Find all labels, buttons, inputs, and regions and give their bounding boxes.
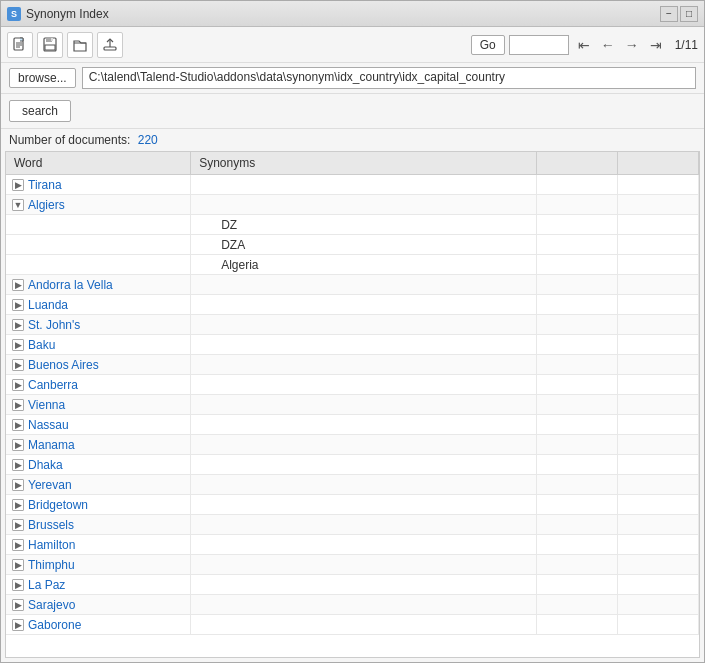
extra-cell-2: [618, 415, 699, 435]
synonym-text: [191, 475, 537, 495]
svg-rect-6: [51, 38, 53, 41]
table-row[interactable]: ▶Manama: [6, 435, 699, 455]
browse-button[interactable]: browse...: [9, 68, 76, 88]
expand-icon[interactable]: ▶: [12, 339, 24, 351]
table-row[interactable]: ▶Dhaka: [6, 455, 699, 475]
table-row[interactable]: ▶Canberra: [6, 375, 699, 395]
table-row[interactable]: ▶Tirana: [6, 175, 699, 195]
table-row[interactable]: ▶Vienna: [6, 395, 699, 415]
minimize-button[interactable]: −: [660, 6, 678, 22]
table-row[interactable]: ▶St. John's: [6, 315, 699, 335]
extra-cell-2: [618, 515, 699, 535]
table-row[interactable]: ▼Algiers: [6, 195, 699, 215]
synonym-text: [191, 395, 537, 415]
extra-cell-2: [618, 575, 699, 595]
last-page-button[interactable]: ⇥: [645, 34, 667, 56]
word-text: Thimphu: [28, 558, 75, 572]
word-text: Algiers: [28, 198, 65, 212]
expand-icon[interactable]: ▶: [12, 399, 24, 411]
column-header-extra2: [618, 152, 699, 175]
word-text: La Paz: [28, 578, 65, 592]
table-row[interactable]: ▶Baku: [6, 335, 699, 355]
expand-icon[interactable]: ▶: [12, 359, 24, 371]
expand-icon[interactable]: ▶: [12, 619, 24, 631]
go-input[interactable]: [509, 35, 569, 55]
synonym-table: Word Synonyms ▶Tirana▼AlgiersDZDZAAlgeri…: [6, 152, 699, 635]
word-text: Baku: [28, 338, 55, 352]
extra-cell-2: [618, 335, 699, 355]
expand-icon[interactable]: ▶: [12, 319, 24, 331]
synonym-text: [191, 615, 537, 635]
synonym-text: [191, 315, 537, 335]
synonym-text: [191, 515, 537, 535]
expand-icon[interactable]: ▶: [12, 599, 24, 611]
svg-rect-8: [104, 47, 116, 50]
expand-icon[interactable]: ▶: [12, 579, 24, 591]
extra-cell-2: [618, 455, 699, 475]
expand-icon[interactable]: ▶: [12, 479, 24, 491]
extra-cell-1: [537, 395, 618, 415]
extra-cell-2: [618, 275, 699, 295]
table-row[interactable]: ▶Sarajevo: [6, 595, 699, 615]
new-button[interactable]: [7, 32, 33, 58]
table-row[interactable]: ▶Bridgetown: [6, 495, 699, 515]
expand-icon[interactable]: ▶: [12, 559, 24, 571]
expand-icon[interactable]: ▶: [12, 519, 24, 531]
column-header-word: Word: [6, 152, 191, 175]
prev-page-button[interactable]: ←: [597, 34, 619, 56]
table-row[interactable]: ▶Buenos Aires: [6, 355, 699, 375]
search-button[interactable]: search: [9, 100, 71, 122]
word-text: Bridgetown: [28, 498, 88, 512]
table-row[interactable]: ▶La Paz: [6, 575, 699, 595]
synonym-text: [191, 455, 537, 475]
word-text: Dhaka: [28, 458, 63, 472]
expand-icon[interactable]: ▶: [12, 459, 24, 471]
go-button[interactable]: Go: [471, 35, 505, 55]
table-row: Algeria: [6, 255, 699, 275]
extra-cell-2: [618, 435, 699, 455]
expand-icon[interactable]: ▶: [12, 279, 24, 291]
table-row[interactable]: ▶Nassau: [6, 415, 699, 435]
extra-cell-2: [618, 535, 699, 555]
table-row[interactable]: ▶Hamilton: [6, 535, 699, 555]
expand-icon[interactable]: ▶: [12, 419, 24, 431]
extra-cell-1: [537, 435, 618, 455]
maximize-button[interactable]: □: [680, 6, 698, 22]
synonym-child-text: Algeria: [191, 255, 537, 275]
table-row[interactable]: ▶Brussels: [6, 515, 699, 535]
table-row[interactable]: ▶Thimphu: [6, 555, 699, 575]
synonym-text: [191, 595, 537, 615]
doc-count-bar: Number of documents: 220: [1, 129, 704, 151]
table-row[interactable]: ▶Yerevan: [6, 475, 699, 495]
go-section: Go: [471, 35, 569, 55]
table-row[interactable]: ▶Gaborone: [6, 615, 699, 635]
table-row[interactable]: ▶Andorra la Vella: [6, 275, 699, 295]
synonym-text: [191, 555, 537, 575]
collapse-icon[interactable]: ▼: [12, 199, 24, 211]
path-display: C:\talend\Talend-Studio\addons\data\syno…: [82, 67, 696, 89]
extra-cell-2: [618, 395, 699, 415]
expand-icon[interactable]: ▶: [12, 299, 24, 311]
expand-icon[interactable]: ▶: [12, 499, 24, 511]
word-text: Nassau: [28, 418, 69, 432]
synonym-child-text: DZ: [191, 215, 537, 235]
synonym-table-container[interactable]: Word Synonyms ▶Tirana▼AlgiersDZDZAAlgeri…: [5, 151, 700, 658]
extra-cell-2: [618, 235, 699, 255]
expand-icon[interactable]: ▶: [12, 179, 24, 191]
open-button[interactable]: [67, 32, 93, 58]
extra-cell-2: [618, 175, 699, 195]
expand-icon[interactable]: ▶: [12, 379, 24, 391]
next-page-button[interactable]: →: [621, 34, 643, 56]
save-button[interactable]: [37, 32, 63, 58]
extra-cell-1: [537, 275, 618, 295]
doc-count-value: 220: [138, 133, 158, 147]
table-row[interactable]: ▶Luanda: [6, 295, 699, 315]
synonym-text: [191, 175, 537, 195]
expand-icon[interactable]: ▶: [12, 539, 24, 551]
extra-cell-1: [537, 355, 618, 375]
word-text: Andorra la Vella: [28, 278, 113, 292]
search-bar: search: [1, 94, 704, 129]
first-page-button[interactable]: ⇤: [573, 34, 595, 56]
export-button[interactable]: [97, 32, 123, 58]
expand-icon[interactable]: ▶: [12, 439, 24, 451]
